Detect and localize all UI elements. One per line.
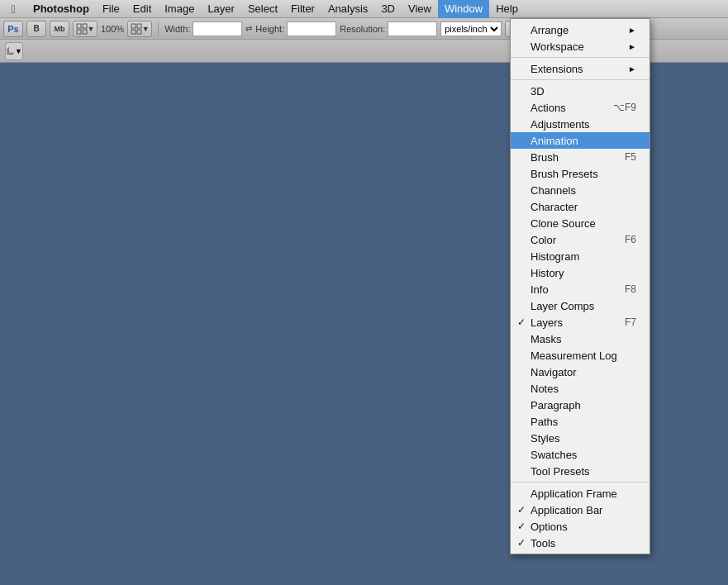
svg-rect-7 — [137, 30, 141, 34]
menu-item-paths[interactable]: Paths — [511, 413, 649, 430]
brush-shortcut: F5 — [625, 151, 636, 163]
svg-rect-2 — [77, 30, 81, 34]
zoom-display: 100% — [101, 24, 124, 34]
menu-item-styles[interactable]: Styles — [511, 430, 649, 446]
menu-3d[interactable]: 3D — [374, 0, 402, 18]
svg-rect-5 — [137, 24, 141, 28]
arrow-icon: ► — [628, 26, 636, 35]
menu-item-extensions[interactable]: Extensions ► — [511, 60, 649, 77]
resolution-group: Resolution: — [340, 21, 437, 36]
menu-item-workspace[interactable]: Workspace ► — [511, 38, 649, 55]
svg-rect-0 — [77, 24, 81, 28]
menu-window[interactable]: Window — [438, 0, 489, 18]
menu-item-brush[interactable]: Brush F5 — [511, 149, 649, 165]
grid-icon — [76, 23, 88, 35]
svg-rect-1 — [83, 24, 87, 28]
menu-item-swatches[interactable]: Swatches — [511, 446, 649, 463]
mb-icon[interactable]: Mb — [50, 21, 69, 37]
divider-1 — [158, 21, 159, 36]
svg-rect-3 — [83, 30, 87, 34]
apple-menu[interactable]:  — [0, 0, 26, 18]
grid-view-btn[interactable]: ▼ — [73, 21, 98, 37]
actions-shortcut: ⌥F9 — [613, 102, 636, 113]
menu-item-3d[interactable]: 3D — [511, 83, 649, 99]
menu-item-masks[interactable]: Masks — [511, 331, 649, 347]
color-shortcut: F6 — [625, 234, 636, 245]
zoom-dropdown[interactable]: ▼ — [127, 21, 152, 37]
layers-shortcut: F7 — [625, 316, 636, 328]
width-input[interactable] — [193, 21, 242, 36]
menu-layer[interactable]: Layer — [201, 0, 241, 18]
menu-item-navigator[interactable]: Navigator — [511, 364, 649, 380]
menu-item-application-frame[interactable]: Application Frame — [511, 485, 649, 502]
menu-section-arrange: Arrange ► Workspace ► — [511, 19, 649, 58]
menu-item-info[interactable]: Info F8 — [511, 281, 649, 297]
menu-filter[interactable]: Filter — [284, 0, 321, 18]
ps-icon: Ps — [3, 21, 23, 37]
menu-item-channels[interactable]: Channels — [511, 182, 649, 198]
menu-item-layer-comps[interactable]: Layer Comps — [511, 297, 649, 314]
svg-rect-4 — [131, 24, 136, 28]
zoom-icon — [131, 23, 142, 35]
menu-item-clone-source[interactable]: Clone Source — [511, 215, 649, 231]
resolution-label: Resolution: — [340, 24, 385, 34]
pixels-select[interactable]: pixels/inch — [440, 21, 502, 36]
crop-icon — [6, 45, 15, 58]
menu-item-actions[interactable]: Actions ⌥F9 — [511, 99, 649, 116]
menu-item-tools[interactable]: ✓ Tools — [511, 535, 649, 551]
arrow-icon: ► — [628, 64, 636, 74]
height-input[interactable] — [287, 21, 336, 36]
menu-item-options[interactable]: ✓ Options — [511, 518, 649, 535]
check-icon: ✓ — [517, 316, 526, 328]
menu-photoshop[interactable]: Photoshop — [26, 0, 96, 18]
menu-item-color[interactable]: Color F6 — [511, 231, 649, 248]
tool-options-icon[interactable]: ▼ — [5, 42, 23, 60]
height-label: Height: — [255, 24, 284, 34]
menu-image[interactable]: Image — [158, 0, 201, 18]
check-icon: ✓ — [517, 537, 526, 549]
menu-analysis[interactable]: Analysis — [321, 0, 374, 18]
b-icon[interactable]: B — [26, 21, 46, 37]
width-label: Width: — [164, 24, 190, 34]
height-group: Height: — [255, 21, 336, 36]
menu-item-animation[interactable]: Animation — [511, 132, 649, 149]
menu-item-histogram[interactable]: Histogram — [511, 248, 649, 264]
menu-select[interactable]: Select — [241, 0, 284, 18]
width-group: Width: — [164, 21, 242, 36]
menu-help[interactable]: Help — [489, 0, 525, 18]
menu-section-panels: 3D Actions ⌥F9 Adjustments Animation Bru… — [511, 80, 649, 483]
menu-item-layers[interactable]: ✓ Layers F7 — [511, 314, 649, 331]
menu-item-brush-presets[interactable]: Brush Presets — [511, 165, 649, 182]
info-shortcut: F8 — [625, 283, 636, 295]
swap-icon: ⇄ — [245, 24, 252, 33]
menu-file[interactable]: File — [96, 0, 126, 18]
menu-item-application-bar[interactable]: ✓ Application Bar — [511, 502, 649, 518]
menu-edit[interactable]: Edit — [126, 0, 158, 18]
menu-item-adjustments[interactable]: Adjustments — [511, 116, 649, 132]
menu-view[interactable]: View — [402, 0, 438, 18]
menu-item-character[interactable]: Character — [511, 198, 649, 215]
menu-bar:  Photoshop File Edit Image Layer Select… — [0, 0, 728, 18]
menu-item-notes[interactable]: Notes — [511, 380, 649, 397]
menu-item-tool-presets[interactable]: Tool Presets — [511, 463, 649, 479]
check-icon: ✓ — [517, 521, 526, 532]
menu-section-app: Application Frame ✓ Application Bar ✓ Op… — [511, 483, 649, 554]
menu-item-measurement-log[interactable]: Measurement Log — [511, 347, 649, 364]
arrow-icon: ► — [628, 42, 636, 51]
window-dropdown-menu: Arrange ► Workspace ► Extensions ► 3D Ac… — [510, 18, 650, 554]
resolution-input[interactable] — [388, 21, 437, 36]
svg-rect-6 — [131, 30, 136, 34]
menu-item-paragraph[interactable]: Paragraph — [511, 397, 649, 413]
menu-item-arrange[interactable]: Arrange ► — [511, 21, 649, 38]
menu-section-extensions: Extensions ► — [511, 58, 649, 80]
check-icon: ✓ — [517, 504, 526, 516]
menu-item-history[interactable]: History — [511, 264, 649, 281]
